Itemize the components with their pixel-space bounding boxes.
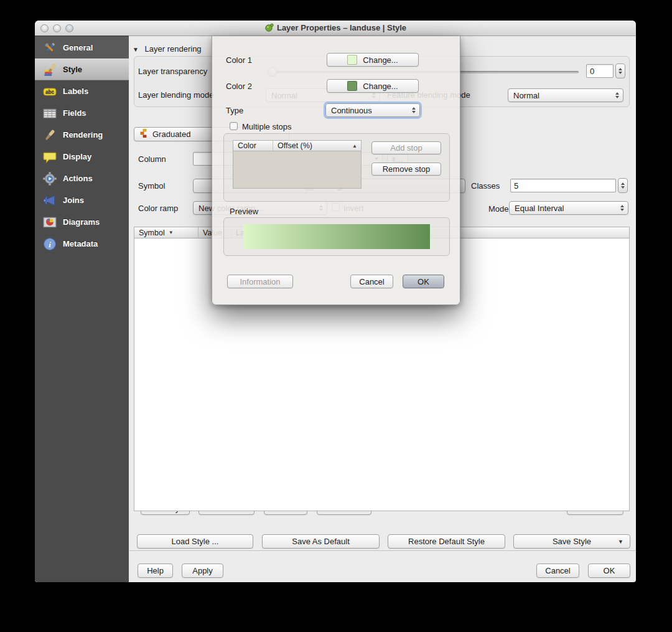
remove-stop-button[interactable]: Remove stop <box>371 163 441 176</box>
sidebar-item-label: Fields <box>63 108 86 118</box>
menu-down-icon: ▼ <box>618 539 623 545</box>
save-style-button[interactable]: Save Style ▼ <box>513 534 630 549</box>
window-title: Layer Properties – landuse | Style <box>35 23 636 34</box>
stops-col-offset[interactable]: Offset (%) ▲ <box>273 141 361 151</box>
speech-bubble-icon <box>43 150 57 164</box>
symbol-label: Symbol <box>138 181 165 191</box>
color-ramp-label: Color ramp <box>138 204 178 213</box>
gear-action-icon <box>43 172 57 186</box>
graduated-icon <box>139 129 148 139</box>
type-label: Type <box>226 106 243 115</box>
sidebar-item-diagrams[interactable]: Diagrams <box>35 211 129 233</box>
tools-icon <box>43 41 57 55</box>
sidebar-item-display[interactable]: Display <box>35 146 129 167</box>
feature-blending-mode-select[interactable]: Normal <box>508 88 623 102</box>
info-icon: i <box>43 237 57 251</box>
brush-icon <box>43 128 57 142</box>
sidebar-item-style[interactable]: Style <box>35 59 129 80</box>
color1-swatch <box>347 55 357 65</box>
layer-transparency-label: Layer transparency <box>138 67 207 76</box>
sidebar-item-labels[interactable]: abcLabels <box>35 80 129 102</box>
dialog-cancel-button[interactable]: Cancel <box>350 275 393 288</box>
add-stop-button[interactable]: Add stop <box>371 141 441 154</box>
svg-text:abc: abc <box>45 89 55 95</box>
sort-asc-icon: ▲ <box>352 143 357 149</box>
updown-arrows-icon <box>620 205 624 211</box>
color1-label: Color 1 <box>226 55 252 65</box>
color1-change-button[interactable]: Change... <box>327 53 419 67</box>
sidebar-item-label: Style <box>63 65 82 74</box>
ramp-gradient-preview <box>243 224 430 249</box>
type-select[interactable]: Continuous <box>325 103 420 117</box>
disclosure-triangle-icon: ▼ <box>133 46 139 53</box>
sidebar-item-actions[interactable]: Actions <box>35 167 129 189</box>
layer-blending-mode-label: Layer blending mode <box>138 90 213 100</box>
color2-swatch <box>347 81 357 91</box>
sidebar-item-general[interactable]: General <box>35 37 129 59</box>
layer-rendering-header: Layer rendering <box>145 44 202 54</box>
classes-value-field[interactable]: 5 <box>510 179 616 192</box>
layer-rendering-disclosure[interactable]: ▼ Layer rendering <box>133 44 202 54</box>
stops-col-color[interactable]: Color <box>233 141 273 151</box>
color2-label: Color 2 <box>226 82 252 91</box>
ok-button[interactable]: OK <box>588 564 630 578</box>
sort-desc-icon: ▼ <box>169 230 174 235</box>
footer-separator <box>129 550 636 551</box>
chart-icon <box>43 215 57 229</box>
sidebar: GeneralStyleabcLabelsFieldsRenderingDisp… <box>35 35 129 582</box>
classes-label: Classes <box>471 181 500 191</box>
color-ramp-dialog: Color 1 Change... Color 2 Change... Type… <box>212 36 460 305</box>
restore-default-style-button[interactable]: Restore Default Style <box>388 534 505 549</box>
help-button[interactable]: Help <box>138 564 173 578</box>
updown-arrows-icon <box>412 107 416 113</box>
sidebar-item-joins[interactable]: Joins <box>35 189 129 211</box>
layer-properties-window: Layer Properties – landuse | Style Gener… <box>35 21 636 582</box>
sidebar-item-fields[interactable]: Fields <box>35 102 129 124</box>
sidebar-item-label: Actions <box>63 174 93 183</box>
save-as-default-button[interactable]: Save As Default <box>262 534 380 549</box>
color2-change-button[interactable]: Change... <box>327 79 419 93</box>
stops-table-body[interactable] <box>233 151 362 189</box>
updown-arrows-icon <box>615 92 619 98</box>
preview-label: Preview <box>230 207 258 216</box>
abc-tag-icon: abc <box>43 85 57 98</box>
paintbrush-layers-icon <box>43 63 57 77</box>
load-style-button[interactable]: Load Style ... <box>137 534 253 549</box>
join-arrow-icon <box>43 194 57 207</box>
multiple-stops-checkbox[interactable] <box>230 122 238 130</box>
sidebar-item-label: General <box>63 43 93 52</box>
mode-select[interactable]: Equal Interval <box>509 201 628 215</box>
mode-label: Mode <box>488 204 509 214</box>
sidebar-item-label: Joins <box>63 196 84 205</box>
table-icon <box>43 106 57 120</box>
sidebar-item-label: Diagrams <box>63 217 100 227</box>
apply-button[interactable]: Apply <box>182 564 223 578</box>
stops-table-header: Color Offset (%) ▲ <box>233 140 362 151</box>
information-button[interactable]: Information <box>227 275 293 288</box>
classes-col-symbol[interactable]: Symbol▼ <box>134 227 198 238</box>
transparency-value-field[interactable]: 0 <box>586 64 614 78</box>
dialog-ok-button[interactable]: OK <box>403 275 444 288</box>
multiple-stops-label: Multiple stops <box>242 122 291 131</box>
sidebar-item-label: Labels <box>63 87 88 96</box>
sidebar-item-label: Rendering <box>63 130 103 139</box>
qgis-icon <box>264 23 274 34</box>
classes-stepper[interactable] <box>618 178 628 193</box>
cancel-button[interactable]: Cancel <box>536 564 579 578</box>
column-label: Column <box>138 154 166 164</box>
title-bar[interactable]: Layer Properties – landuse | Style <box>35 21 636 36</box>
sidebar-item-rendering[interactable]: Rendering <box>35 124 129 146</box>
transparency-stepper[interactable] <box>615 64 625 78</box>
svg-text:i: i <box>49 240 51 249</box>
sidebar-item-label: Display <box>63 152 91 161</box>
sidebar-item-label: Metadata <box>63 239 98 248</box>
sidebar-item-metadata[interactable]: iMetadata <box>35 233 129 255</box>
